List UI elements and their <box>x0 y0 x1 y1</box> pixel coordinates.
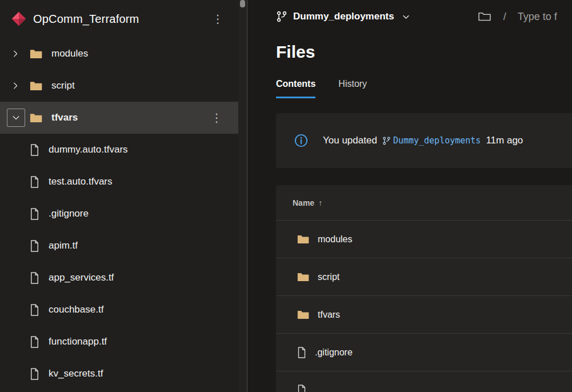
update-info-banner: You updated Dummy_deployments 11m ago <box>276 113 572 168</box>
folder-icon <box>30 113 42 123</box>
tree-item-kv-secrets-tf[interactable]: kv_secrets.tf <box>0 358 238 390</box>
tree-item-label: modules <box>51 48 88 59</box>
tree-item-dummy-auto-tfvars[interactable]: dummy.auto.tfvars <box>0 134 238 166</box>
path-separator: / <box>503 11 506 23</box>
table-row-modules[interactable]: modules <box>276 221 572 258</box>
folder-icon <box>297 234 309 244</box>
chevron-down-icon <box>12 114 20 122</box>
tree-item-test-auto-tfvars[interactable]: test.auto.tfvars <box>0 166 238 198</box>
tree-item-label: script <box>51 80 75 91</box>
file-icon <box>30 304 39 316</box>
file-icon <box>297 347 306 358</box>
git-branch-icon <box>276 11 287 22</box>
table-row-name[interactable]: .gitignore <box>315 347 353 358</box>
file-icon <box>30 336 39 348</box>
file-icon <box>30 272 39 284</box>
banner-suffix: 11m ago <box>486 135 523 146</box>
files-tabs: Contents History <box>276 79 572 98</box>
chevron-right-icon[interactable] <box>11 50 19 58</box>
app-root: OpComm_Terraform ⋮ modules script tfvars <box>0 0 572 392</box>
files-topbar: Dummy_deployments / <box>276 0 572 33</box>
tfvars-more-actions-button[interactable]: ⋮ <box>211 112 238 123</box>
path-breadcrumb: / <box>478 10 572 23</box>
column-header-name[interactable]: Name <box>293 198 314 207</box>
files-panel: Dummy_deployments / Files Contents Histo… <box>247 0 572 392</box>
file-icon <box>30 240 39 252</box>
file-tree: modules script tfvars ⋮ dummy.auto.tfvar… <box>0 38 238 390</box>
table-row-tfvars[interactable]: tfvars <box>276 296 572 334</box>
table-row-script[interactable]: script <box>276 258 572 296</box>
tab-history[interactable]: History <box>338 79 367 98</box>
tree-item-label: tfvars <box>51 112 78 123</box>
scrollbar-thumb[interactable] <box>240 0 245 7</box>
banner-text: You updated Dummy_deployments 11m ago <box>323 135 523 146</box>
folder-icon <box>297 310 309 319</box>
info-icon <box>294 134 308 147</box>
tree-item-label: app_services.tf <box>49 272 114 283</box>
expand-collapse-button[interactable] <box>7 109 25 127</box>
repo-sidebar: OpComm_Terraform ⋮ modules script tfvars <box>0 0 238 392</box>
folder-icon <box>30 81 42 91</box>
file-icon <box>30 176 39 188</box>
page-title: Files <box>276 42 572 62</box>
file-icon <box>30 208 39 220</box>
tree-item-apim-tf[interactable]: apim.tf <box>0 230 238 262</box>
branch-selector[interactable]: Dummy_deployments <box>276 11 410 22</box>
chevron-down-icon <box>402 13 410 21</box>
tree-item-script[interactable]: script <box>0 70 238 102</box>
branch-name: Dummy_deployments <box>293 11 394 22</box>
path-search-input[interactable] <box>517 10 572 23</box>
table-row-name[interactable]: tfvars <box>318 310 340 320</box>
repo-header: OpComm_Terraform ⋮ <box>0 0 238 38</box>
tree-item-label: .gitignore <box>49 208 89 219</box>
tree-item-label: dummy.auto.tfvars <box>49 144 128 155</box>
azure-repos-icon <box>11 11 26 26</box>
banner-branch-link[interactable]: Dummy_deployments <box>382 135 481 146</box>
file-icon <box>30 368 39 380</box>
banner-branch-name: Dummy_deployments <box>393 135 481 146</box>
banner-prefix: You updated <box>323 135 377 146</box>
folder-icon <box>30 49 42 59</box>
table-header-row: Name ↑ <box>276 185 572 221</box>
tree-item-label: test.auto.tfvars <box>49 176 113 187</box>
table-row-gitignore[interactable]: .gitignore <box>276 334 572 371</box>
file-icon <box>297 385 306 392</box>
table-row-partial[interactable] <box>276 371 572 392</box>
tree-item-label: apim.tf <box>49 240 78 251</box>
tree-item-label: functionapp.tf <box>49 336 107 347</box>
tree-item-app-services-tf[interactable]: app_services.tf <box>0 262 238 294</box>
folder-outline-icon <box>478 11 491 22</box>
repo-title: OpComm_Terraform <box>33 13 139 26</box>
sort-ascending-icon[interactable]: ↑ <box>318 198 322 207</box>
file-icon <box>30 144 39 156</box>
folder-icon <box>297 272 309 282</box>
tree-item-functionapp-tf[interactable]: functionapp.tf <box>0 326 238 358</box>
sidebar-scrollbar[interactable] <box>238 0 247 392</box>
tree-item-tfvars[interactable]: tfvars ⋮ <box>0 102 238 134</box>
table-row-name[interactable]: script <box>318 272 339 282</box>
tree-item-couchbase-tf[interactable]: couchbase.tf <box>0 294 238 326</box>
git-branch-icon <box>382 137 391 145</box>
tree-item-gitignore[interactable]: .gitignore <box>0 198 238 230</box>
tab-contents[interactable]: Contents <box>276 79 315 98</box>
repo-more-actions-button[interactable]: ⋮ <box>207 11 228 27</box>
tree-item-modules[interactable]: modules <box>0 38 238 70</box>
table-row-name[interactable]: modules <box>318 234 352 245</box>
chevron-right-icon[interactable] <box>11 82 19 90</box>
tree-item-label: kv_secrets.tf <box>49 368 103 379</box>
files-table: Name ↑ modules script tfvars .gitignore <box>276 185 572 392</box>
tree-item-label: couchbase.tf <box>49 304 103 315</box>
